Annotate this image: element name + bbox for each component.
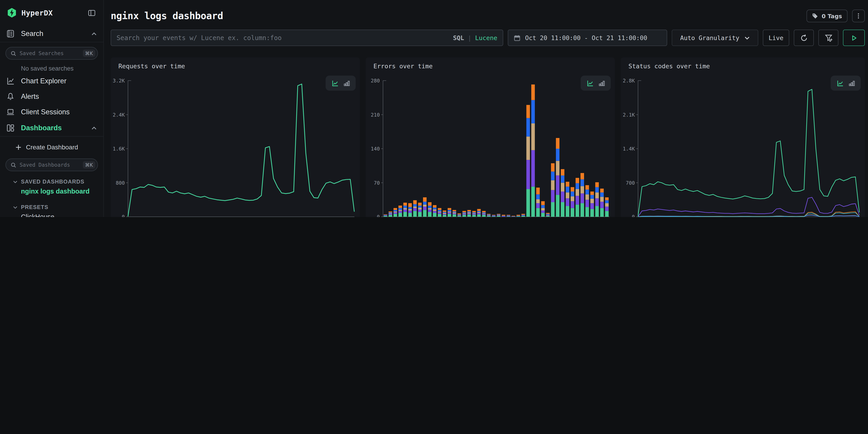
svg-text:800: 800 bbox=[116, 180, 125, 186]
divider bbox=[0, 42, 103, 42]
chevron-down-icon bbox=[13, 205, 18, 210]
sidebar-item-label: Dashboards bbox=[21, 124, 62, 132]
shortcut-badge: ⌘K bbox=[83, 161, 95, 168]
bar-chart-icon bbox=[848, 80, 855, 87]
section-label: PRESETS bbox=[21, 204, 48, 210]
tags-label: 0 Tags bbox=[822, 12, 842, 19]
tags-button[interactable]: 0 Tags bbox=[807, 9, 847, 22]
chevron-down-icon bbox=[13, 179, 18, 184]
sidebar-item-clickhouse[interactable]: ClickHouse bbox=[5, 211, 98, 217]
sidebar-item-nginx-logs-dashboard[interactable]: nginx logs dashboard bbox=[5, 186, 98, 197]
dashboard-grid: Requests over time 08001.6K2.4K3.2KOct 2… bbox=[111, 57, 865, 217]
dashboard-menu-button[interactable] bbox=[852, 9, 865, 22]
create-dashboard-button[interactable]: Create Dashboard bbox=[5, 140, 98, 154]
refresh-icon bbox=[800, 34, 808, 42]
toggle-separator: | bbox=[468, 34, 471, 41]
dashboards-icon bbox=[6, 124, 14, 132]
sidebar-item-label: Client Sessions bbox=[21, 108, 70, 116]
saved-dashboards-section[interactable]: SAVED DASHBOARDS bbox=[5, 178, 98, 186]
chart-card-status-codes-over-time: Status codes over time 07001.4K2.1K2.8KO… bbox=[621, 57, 865, 217]
plus-icon bbox=[16, 144, 22, 150]
search-input[interactable] bbox=[117, 34, 449, 41]
saved-dashboards-input[interactable]: ⌘K bbox=[5, 158, 98, 171]
sidebar-item-chart-explorer[interactable]: Chart Explorer bbox=[5, 73, 98, 89]
laptop-icon bbox=[6, 108, 14, 116]
line-chart-icon bbox=[331, 80, 339, 87]
sidebar-item-client-sessions[interactable]: Client Sessions bbox=[5, 104, 98, 120]
page-header: nginx logs dashboard 0 Tags bbox=[111, 0, 865, 22]
chart-type-toggle[interactable] bbox=[326, 75, 356, 91]
saved-dashboards-field[interactable] bbox=[20, 162, 80, 168]
search-section-icon bbox=[6, 30, 14, 38]
collapse-sidebar-icon[interactable] bbox=[86, 7, 97, 18]
svg-text:2.1K: 2.1K bbox=[623, 112, 635, 118]
granularity-select[interactable]: Auto Granularity bbox=[672, 30, 758, 46]
line-chart-icon bbox=[836, 80, 844, 87]
svg-text:210: 210 bbox=[371, 112, 380, 118]
tag-icon bbox=[812, 13, 818, 19]
svg-text:3.2K: 3.2K bbox=[113, 78, 125, 84]
sidebar: HyperDX Search ⌘K No saved searches bbox=[0, 0, 104, 217]
svg-text:0: 0 bbox=[122, 214, 125, 217]
presets-section[interactable]: PRESETS bbox=[5, 203, 98, 211]
chevron-up-icon bbox=[91, 31, 97, 37]
play-icon bbox=[850, 34, 857, 41]
chart-card-requests-over-time: Requests over time 08001.6K2.4K3.2KOct 2… bbox=[111, 57, 360, 217]
chevron-up-icon bbox=[91, 125, 97, 131]
saved-searches-input[interactable]: ⌘K bbox=[5, 47, 98, 60]
app-window: HyperDX Search ⌘K No saved searches bbox=[0, 0, 868, 217]
refresh-button[interactable] bbox=[794, 30, 814, 46]
sidebar-item-label: Search bbox=[21, 30, 43, 38]
date-range-picker[interactable]: Oct 20 11:00:00 - Oct 21 11:00:00 bbox=[508, 30, 667, 46]
sidebar-item-dashboards[interactable]: Dashboards bbox=[5, 120, 98, 136]
svg-text:2.4K: 2.4K bbox=[113, 112, 125, 118]
search-icon bbox=[10, 50, 17, 56]
toolbar: SQL | Lucene Oct 20 11:00:00 - Oct 21 11… bbox=[111, 30, 865, 46]
live-button[interactable]: Live bbox=[763, 30, 789, 46]
svg-text:2.8K: 2.8K bbox=[623, 78, 635, 84]
page-title: nginx logs dashboard bbox=[111, 10, 223, 22]
sidebar-item-alerts[interactable]: Alerts bbox=[5, 89, 98, 104]
date-range-label: Oct 20 11:00:00 - Oct 21 11:00:00 bbox=[525, 34, 647, 41]
svg-text:0: 0 bbox=[377, 214, 380, 217]
hyperdx-logo-icon bbox=[6, 7, 17, 18]
svg-text:700: 700 bbox=[626, 180, 635, 186]
svg-text:0: 0 bbox=[632, 214, 635, 217]
chart-type-toggle[interactable] bbox=[831, 75, 861, 91]
no-saved-searches-text: No saved searches bbox=[5, 65, 98, 73]
svg-text:1.6K: 1.6K bbox=[113, 146, 125, 152]
section-label: SAVED DASHBOARDS bbox=[21, 179, 85, 185]
filter-button[interactable] bbox=[818, 30, 838, 46]
sidebar-item-search[interactable]: Search bbox=[5, 26, 98, 42]
chart-card-errors-over-time: Errors over time 070140210280Oct 20 11:0… bbox=[366, 57, 615, 217]
bar-chart-icon bbox=[598, 80, 605, 87]
sql-toggle[interactable]: SQL bbox=[453, 34, 464, 41]
lucene-toggle[interactable]: Lucene bbox=[475, 34, 497, 41]
filter-icon bbox=[825, 34, 832, 42]
query-language-toggle: SQL | Lucene bbox=[453, 34, 497, 41]
saved-searches-field[interactable] bbox=[20, 50, 80, 57]
brand-row: HyperDX bbox=[5, 0, 98, 26]
svg-text:280: 280 bbox=[371, 78, 380, 84]
kebab-icon bbox=[855, 13, 862, 19]
chart-plot: 08001.6K2.4K3.2KOct 20 11:00:00 AM9:30:0… bbox=[111, 57, 360, 217]
create-dashboard-label: Create Dashboard bbox=[26, 144, 78, 151]
chart-plot: 07001.4K2.1K2.8KOct 20 11:00:00 AM9:30:0… bbox=[621, 57, 865, 217]
line-chart-icon bbox=[586, 80, 594, 87]
event-search-box[interactable]: SQL | Lucene bbox=[111, 30, 503, 46]
run-query-button[interactable] bbox=[843, 30, 865, 46]
sidebar-item-label: Alerts bbox=[21, 92, 39, 101]
main-content: nginx logs dashboard 0 Tags SQL | Lucene bbox=[104, 0, 868, 217]
chart-plot: 070140210280Oct 20 11:00:00 AM9:30:00 PM… bbox=[366, 57, 615, 217]
search-icon bbox=[10, 162, 17, 168]
sidebar-item-label: Chart Explorer bbox=[21, 77, 66, 85]
chevron-down-icon bbox=[744, 35, 750, 41]
svg-text:1.4K: 1.4K bbox=[623, 146, 635, 152]
bell-icon bbox=[6, 92, 14, 101]
calendar-icon bbox=[514, 34, 521, 41]
brand-name: HyperDX bbox=[22, 8, 53, 17]
chart-type-toggle[interactable] bbox=[581, 75, 611, 91]
chart-explorer-icon bbox=[6, 77, 14, 85]
bar-chart-icon bbox=[343, 80, 350, 87]
shortcut-badge: ⌘K bbox=[83, 50, 95, 57]
